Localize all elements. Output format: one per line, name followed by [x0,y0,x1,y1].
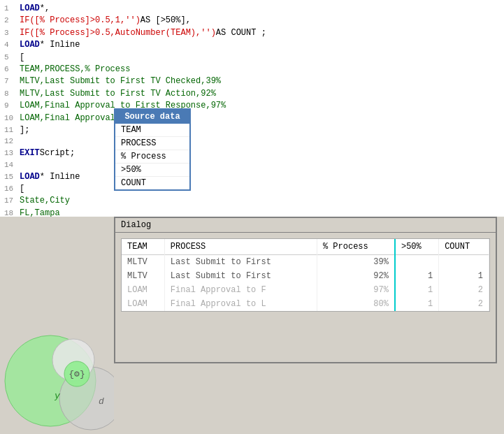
col-pct: % Process [317,239,394,255]
line-number: 18 [4,208,17,217]
cell-process: Last Submit to First [164,255,317,270]
line-number: 5 [4,52,17,64]
code-line: 11]; [4,124,500,136]
venn-diagram: {⚙} y d [0,252,114,433]
code-segment: State,City [20,195,70,207]
cell-gt50 [395,255,439,270]
cell-team: MLTV [122,269,164,283]
code-line: 15LOAD * Inline [4,171,500,183]
line-number: 4 [4,40,17,51]
line-number: 11 [4,125,17,136]
line-number: 12 [4,136,17,147]
svg-text:y: y [54,391,61,401]
cell-pct: 92% [317,269,394,283]
table-row: LOAMFinal Approval to L80%12 [122,297,489,311]
popup-item: PROCESS [115,137,189,150]
cell-count: 2 [439,297,489,311]
line-number: 15 [4,172,17,183]
code-segment: [ [20,52,24,64]
code-segment: AS COUNT ; [216,27,266,39]
code-segment: MLTV,Last Submit to First TV Checked,39% [20,75,221,87]
code-line: 13EXIT Script; [4,147,500,159]
code-line: 6TEAM,PROCESS,% Process [4,64,500,75]
cell-count: 2 [439,283,489,297]
code-line: 10LOAM,Final Approval to LO Gen,80% [4,113,500,124]
cell-gt50: 1 [395,297,439,311]
code-line: 12 [4,136,500,147]
popup-item: >50% [115,164,189,177]
code-segment: LOAD [20,3,40,15]
code-segment: TEAM,PROCESS,% Process [20,64,130,75]
code-segment: MLTV,Last Submit to First TV Action,92% [20,88,216,100]
col-process: PROCESS [164,239,317,255]
code-line: 17State,City [4,195,500,207]
code-line: 9LOAM,Final Approval to First Response,9… [4,100,500,112]
code-line: 3IF([% Process]>0.5,AutoNumber(TEAM),'')… [4,27,500,39]
cell-team: LOAM [122,297,164,311]
cell-pct: 39% [317,255,394,270]
cell-process: Final Approval to F [164,283,317,297]
line-number: 17 [4,196,17,207]
svg-text:d: d [99,396,104,407]
data-table: TEAM PROCESS % Process >50% COUNT MLTVLa… [122,239,489,311]
table-row: LOAMFinal Approval to F97%12 [122,283,489,297]
code-segment: AS [>50%], [141,15,191,27]
code-segment: LOAD [20,39,40,51]
dialog-content: TEAM PROCESS % Process >50% COUNT MLTVLa… [121,238,490,312]
cell-process: Final Approval to L [164,297,317,311]
line-number: 8 [4,89,17,100]
table-row: MLTVLast Submit to First39% [122,255,489,270]
line-number: 13 [4,148,17,159]
line-number: 7 [4,76,17,87]
col-gt50: >50% [395,239,439,255]
line-number: 3 [4,28,17,39]
line-number: 10 [4,113,17,124]
line-number: 9 [4,101,17,112]
line-number: 6 [4,64,17,75]
cell-gt50: 1 [395,283,439,297]
line-number: 14 [4,160,17,171]
code-segment: FL,Tampa [20,208,60,217]
code-segment: Script; [40,147,75,159]
popup-item: COUNT [115,177,189,189]
popup-title: Source data [115,110,189,124]
code-segment: * Inline [40,171,80,183]
table-row: MLTVLast Submit to First92%11 [122,269,489,283]
cell-process: Last Submit to First [164,269,317,283]
source-data-popup: Source data TEAMPROCESS% Process>50%COUN… [114,108,191,191]
code-line: 18FL,Tampa [4,208,500,217]
code-line: 2IF([% Process]>0.5,1,'') AS [>50%], [4,15,500,27]
cell-pct: 80% [317,297,394,311]
code-editor: 1LOAD *,2IF([% Process]>0.5,1,'') AS [>5… [0,0,504,217]
code-segment: LOAD [20,171,40,183]
code-line: 5[ [4,52,500,64]
cell-count [439,255,489,270]
dialog-window: Dialog TEAM PROCESS % Process >50% COUNT… [114,217,497,363]
code-segment: ]; [20,124,29,136]
popup-item: % Process [115,150,189,164]
code-segment: * Inline [40,39,80,51]
code-segment: IF([% Process]>0.5,1,'') [20,15,141,27]
code-segment: IF([% Process]>0.5,AutoNumber(TEAM),'') [20,27,216,39]
code-line: 1LOAD *, [4,3,500,15]
line-number: 16 [4,184,17,195]
code-line: 14 [4,160,500,171]
col-team: TEAM [122,239,164,255]
col-count: COUNT [439,239,489,255]
cell-gt50: 1 [395,269,439,283]
cell-pct: 97% [317,283,394,297]
code-line: 8MLTV,Last Submit to First TV Action,92% [4,88,500,100]
code-line: 16[ [4,183,500,195]
dialog-title: Dialog [115,218,496,233]
svg-text:{⚙}: {⚙} [69,369,85,379]
cell-count: 1 [439,269,489,283]
code-line: 4LOAD * Inline [4,39,500,51]
code-segment: EXIT [20,147,40,159]
cell-team: LOAM [122,283,164,297]
code-segment: [ [20,183,24,195]
line-number: 2 [4,15,17,27]
popup-item: TEAM [115,124,189,137]
code-segment: *, [40,3,50,15]
line-number: 1 [4,3,17,15]
cell-team: MLTV [122,255,164,270]
